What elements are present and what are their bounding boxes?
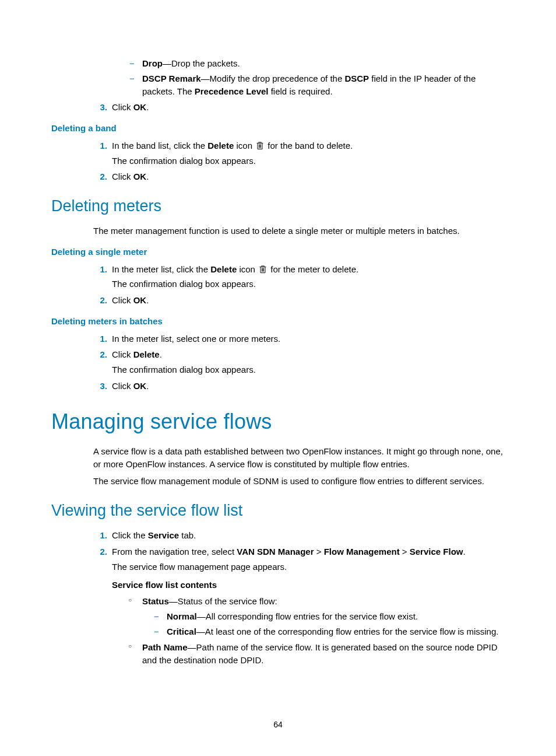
contents-list: Status—Status of the service flow: Norma… [127, 595, 505, 667]
bold-text: Drop [142, 58, 163, 68]
list-item: Critical—At least one of the correspondi… [154, 625, 505, 638]
step-number: 3. [93, 380, 107, 393]
body-text: In the meter list, click the [112, 264, 210, 274]
body-text: tab. [179, 530, 196, 540]
step-number: 2. [93, 348, 107, 361]
list-item: 1. In the meter list, click the Delete i… [93, 263, 505, 291]
body-text: field is required. [269, 86, 333, 96]
heading-deleting-band: Deleting a band [51, 122, 505, 135]
viewing-steps: 1. Click the Service tab. 2. From the na… [93, 529, 505, 667]
list-item: 2. Click Delete. The confirmation dialog… [93, 348, 505, 376]
body-text: Click [112, 172, 133, 181]
bold-text: Delete [210, 264, 237, 274]
body-text: . [160, 349, 162, 359]
heading-viewing-service-flow-list: Viewing the service flow list [51, 499, 505, 522]
document-page: Drop—Drop the packets. DSCP Remark—Modif… [0, 0, 556, 756]
list-item: Drop—Drop the packets. DSCP Remark—Modif… [93, 57, 505, 97]
bold-text: VAN SDN Manager [237, 547, 314, 556]
step-number: 2. [93, 170, 107, 183]
body-text: The service flow management page appears… [112, 561, 505, 573]
step-number: 1. [93, 139, 107, 152]
bold-text: Flow Management [324, 547, 400, 556]
list-item: Status—Status of the service flow: Norma… [127, 595, 505, 638]
list-item: 2. Click OK. [93, 294, 505, 307]
page-number: 64 [0, 719, 556, 730]
list-item: 1. In the band list, click the Delete ic… [93, 139, 505, 167]
body-text: . [146, 102, 149, 112]
body-text: In the meter list, select one or more me… [112, 334, 280, 344]
body-text: The meter management function is used to… [93, 225, 505, 237]
step-number: 2. [93, 294, 107, 307]
body-text: > [314, 547, 324, 556]
bold-text: Normal [167, 611, 197, 621]
body-text: Click [112, 102, 133, 112]
body-text: Click [112, 349, 133, 359]
bold-text: Status [142, 596, 169, 606]
body-text: The service flow management module of SD… [93, 475, 505, 488]
body-text: —All corresponding flow entries for the … [197, 611, 418, 621]
deleting-single-meter-steps: 1. In the meter list, click the Delete i… [93, 263, 505, 307]
body-text: From the navigation tree, select [112, 547, 237, 556]
heading-deleting-single-meter: Deleting a single meter [51, 246, 505, 258]
step-number: 1. [93, 529, 107, 542]
bold-text: Service Flow [410, 547, 463, 556]
body-text: —At least one of the corresponding flow … [196, 626, 499, 636]
bold-text: OK [133, 172, 147, 181]
bold-text: OK [133, 295, 147, 305]
bold-text: Delete [207, 141, 234, 150]
body-text: A service flow is a data path establishe… [93, 445, 505, 471]
list-item: Path Name—Path name of the service flow.… [127, 641, 505, 667]
delete-icon [256, 141, 264, 150]
body-text: for the meter to delete. [270, 264, 358, 274]
body-text: —Drop the packets. [163, 58, 240, 68]
bold-text: DSCP [344, 74, 369, 83]
list-item: Drop—Drop the packets. [129, 57, 505, 70]
body-text: —Path name of the service flow. It is ge… [142, 642, 498, 665]
deleting-band-steps: 1. In the band list, click the Delete ic… [93, 139, 505, 183]
body-text: . [463, 547, 465, 556]
delete-icon [259, 265, 267, 274]
body-text: . [146, 172, 149, 181]
bold-text: Precedence Level [195, 86, 269, 96]
bold-text: Service [148, 530, 179, 540]
body-text: The confirmation dialog box appears. [112, 363, 505, 376]
body-text: . [146, 295, 149, 305]
list-item: Normal—All corresponding flow entries fo… [154, 610, 505, 623]
step-number: 1. [93, 263, 107, 276]
list-item: 2. From the navigation tree, select VAN … [93, 545, 505, 667]
body-text: The confirmation dialog box appears. [112, 278, 505, 290]
heading-deleting-meters: Deleting meters [51, 195, 505, 218]
step-number: 1. [93, 332, 107, 345]
heading-deleting-meters-batches: Deleting meters in batches [51, 315, 505, 328]
step-number: 3. [93, 101, 107, 114]
dash-list: Drop—Drop the packets. DSCP Remark—Modif… [129, 57, 505, 97]
list-item: 1. In the meter list, select one or more… [93, 332, 505, 345]
body-text: . [146, 381, 149, 391]
contents-title: Service flow list contents [112, 579, 505, 592]
bold-text: OK [133, 102, 147, 112]
list-item: 2. Click OK. [93, 170, 505, 183]
list-item: DSCP Remark—Modify the drop precedence o… [129, 72, 505, 98]
bold-text: DSCP Remark [142, 74, 201, 83]
bold-text: OK [133, 381, 147, 391]
body-text: —Modify the drop precedence of the [201, 74, 345, 83]
body-text: > [400, 547, 410, 556]
list-item: 3. Click OK. [93, 101, 505, 114]
bold-text: Critical [167, 626, 196, 636]
heading-managing-service-flows: Managing service flows [51, 407, 505, 437]
body-text: —Status of the service flow: [169, 596, 277, 606]
body-text: icon [234, 141, 255, 150]
step-number: 2. [93, 545, 107, 558]
list-item: 3. Click OK. [93, 380, 505, 393]
bold-text: Delete [133, 349, 160, 359]
body-text: Click the [112, 530, 148, 540]
body-text: Click [112, 381, 133, 391]
list-item: 1. Click the Service tab. [93, 529, 505, 542]
body-text: Click [112, 295, 133, 305]
body-text: icon [237, 264, 258, 274]
body-text: The confirmation dialog box appears. [112, 155, 505, 167]
status-values: Normal—All corresponding flow entries fo… [154, 610, 505, 638]
deleting-batch-steps: 1. In the meter list, select one or more… [93, 332, 505, 393]
top-continuation: Drop—Drop the packets. DSCP Remark—Modif… [93, 57, 505, 114]
bold-text: Path Name [142, 642, 188, 652]
